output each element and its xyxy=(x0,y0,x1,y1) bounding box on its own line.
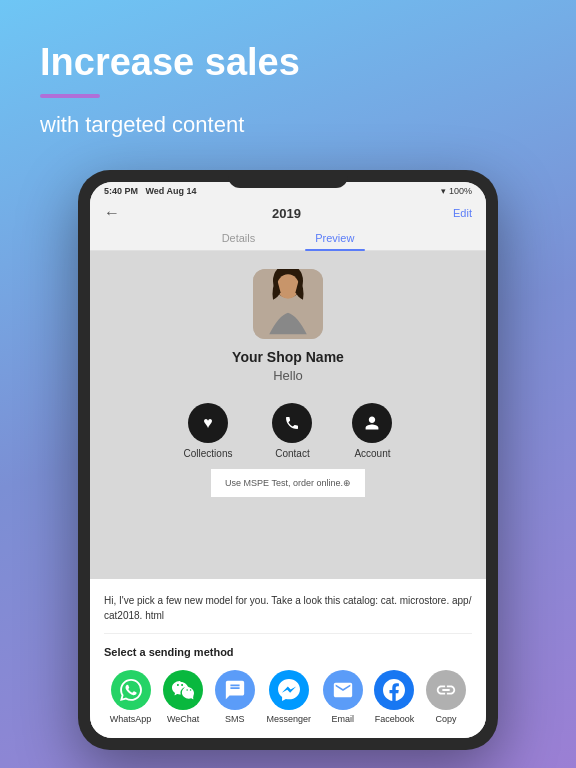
collections-action[interactable]: ♥ Collections xyxy=(184,403,233,459)
svg-point-1 xyxy=(277,274,300,298)
share-icons-row: WhatsApp WeChat xyxy=(104,670,472,724)
email-label: Email xyxy=(331,714,354,724)
actions-row: ♥ Collections Contact Account xyxy=(184,403,393,459)
whatsapp-label: WhatsApp xyxy=(110,714,152,724)
device-screen: 5:40 PM Wed Aug 14 ▾ 100% ← 2019 Edit De… xyxy=(90,182,486,738)
account-action[interactable]: Account xyxy=(352,403,392,459)
shop-name: Your Shop Name xyxy=(232,349,344,365)
wifi-icon: ▾ xyxy=(441,186,446,196)
bottom-ad-bar: Use MSPE Test, order online. ⊕ xyxy=(211,469,365,497)
wechat-label: WeChat xyxy=(167,714,199,724)
wechat-icon xyxy=(163,670,203,710)
collections-label: Collections xyxy=(184,448,233,459)
share-wechat[interactable]: WeChat xyxy=(163,670,203,724)
share-email[interactable]: Email xyxy=(323,670,363,724)
contact-label: Contact xyxy=(275,448,309,459)
nav-title: 2019 xyxy=(272,206,301,221)
contact-icon xyxy=(272,403,312,443)
collections-icon: ♥ xyxy=(188,403,228,443)
facebook-icon xyxy=(374,670,414,710)
share-messenger[interactable]: Messenger xyxy=(266,670,311,724)
shop-avatar xyxy=(253,269,323,339)
share-message: Hi, I've pick a few new model for you. T… xyxy=(104,593,472,634)
ad-icon: ⊕ xyxy=(343,478,351,488)
device-mockup: 5:40 PM Wed Aug 14 ▾ 100% ← 2019 Edit De… xyxy=(78,170,498,750)
device-notch xyxy=(228,170,348,188)
header-section: Increase sales with targeted content xyxy=(0,0,576,158)
avatar-person xyxy=(253,269,323,339)
subtitle: with targeted content xyxy=(40,112,536,138)
copy-label: Copy xyxy=(436,714,457,724)
account-icon xyxy=(352,403,392,443)
back-button[interactable]: ← xyxy=(104,204,120,222)
facebook-label: Facebook xyxy=(375,714,415,724)
account-label: Account xyxy=(354,448,390,459)
ad-text: Use MSPE Test, order online. xyxy=(225,478,343,488)
tab-details[interactable]: Details xyxy=(192,226,286,250)
tab-preview[interactable]: Preview xyxy=(285,226,384,250)
status-right: ▾ 100% xyxy=(441,186,472,196)
share-whatsapp[interactable]: WhatsApp xyxy=(110,670,152,724)
bottom-sheet: Hi, I've pick a few new model for you. T… xyxy=(90,579,486,738)
share-copy[interactable]: Copy xyxy=(426,670,466,724)
copy-icon xyxy=(426,670,466,710)
email-icon xyxy=(323,670,363,710)
battery-status: 100% xyxy=(449,186,472,196)
share-sms[interactable]: SMS xyxy=(215,670,255,724)
messenger-icon xyxy=(269,670,309,710)
title-underline xyxy=(40,94,100,98)
sms-icon xyxy=(215,670,255,710)
device-frame: 5:40 PM Wed Aug 14 ▾ 100% ← 2019 Edit De… xyxy=(78,170,498,750)
tabs-bar: Details Preview xyxy=(90,226,486,251)
nav-bar: ← 2019 Edit xyxy=(90,200,486,226)
share-facebook[interactable]: Facebook xyxy=(374,670,414,724)
sms-label: SMS xyxy=(225,714,245,724)
messenger-label: Messenger xyxy=(266,714,311,724)
send-method-label: Select a sending method xyxy=(104,646,472,658)
edit-button[interactable]: Edit xyxy=(453,207,472,219)
main-title: Increase sales xyxy=(40,40,536,86)
content-area: Your Shop Name Hello ♥ Collections Conta… xyxy=(90,251,486,738)
status-time: 5:40 PM Wed Aug 14 xyxy=(104,186,197,196)
shop-hello: Hello xyxy=(273,368,303,383)
contact-action[interactable]: Contact xyxy=(272,403,312,459)
whatsapp-icon xyxy=(111,670,151,710)
